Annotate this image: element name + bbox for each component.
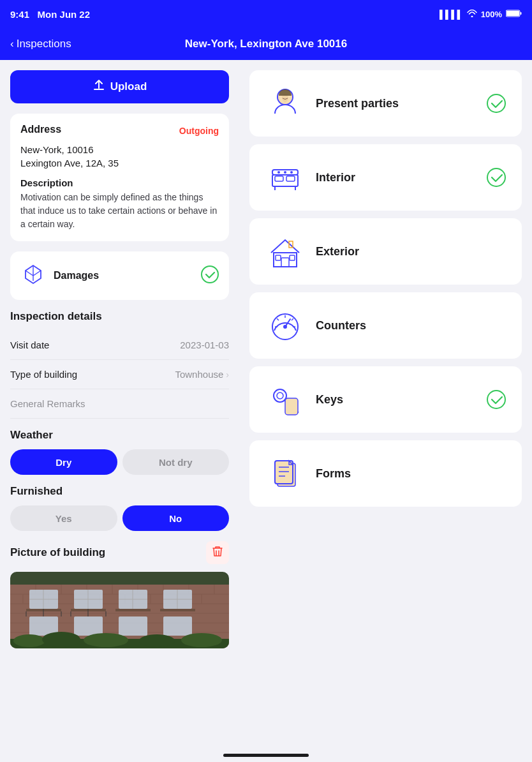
svg-rect-2: [521, 12, 522, 15]
keys-check: [486, 389, 506, 410]
svg-rect-43: [163, 616, 192, 636]
main-layout: Upload Address Outgoing New-York, 10016 …: [0, 60, 532, 762]
back-label: Inspections: [17, 38, 71, 50]
svg-rect-69: [276, 255, 281, 260]
address-card-header: Address Outgoing: [20, 124, 219, 138]
svg-line-77: [292, 318, 293, 320]
back-button[interactable]: ‹ Inspections: [10, 38, 71, 50]
status-time: 9:41: [10, 9, 29, 20]
keys-icon: [265, 379, 306, 420]
interior-check: [486, 167, 506, 188]
type-of-building-label: Type of building: [10, 369, 77, 380]
interior-left: Interior: [265, 157, 355, 198]
upload-button[interactable]: Upload: [10, 70, 229, 103]
chevron-right-icon: ›: [226, 370, 229, 380]
general-remarks-input[interactable]: [10, 389, 229, 419]
address-line1: New-York, 10016: [20, 143, 219, 156]
visit-date-row: Visit date 2023-01-03: [10, 331, 229, 360]
svg-line-76: [277, 318, 279, 320]
svg-point-56: [487, 94, 505, 112]
svg-rect-60: [286, 176, 295, 181]
signal-icon: ▌▌▌▌: [440, 10, 463, 19]
svg-point-52: [139, 634, 175, 647]
inspection-details-section: Inspection details Visit date 2023-01-03…: [10, 310, 229, 419]
svg-point-49: [13, 634, 45, 647]
present-parties-check: [486, 93, 506, 114]
svg-point-79: [283, 325, 287, 329]
svg-rect-41: [74, 616, 103, 636]
exterior-icon: [265, 231, 306, 272]
svg-point-3: [202, 266, 218, 283]
present-parties-left: Present parties: [265, 83, 399, 124]
picture-section-header: Picture of building: [10, 541, 229, 564]
battery-icon: [506, 10, 522, 19]
furnished-section: Furnished Yes No: [10, 485, 229, 531]
forms-icon: [265, 453, 306, 494]
status-bar: 9:41 Mon Jun 22 ▌▌▌▌ 100%: [0, 0, 532, 28]
furnished-toggle-group: Yes No: [10, 505, 229, 531]
counters-icon: [265, 305, 306, 346]
exterior-card[interactable]: Exterior: [249, 218, 522, 285]
furnished-yes-button[interactable]: Yes: [10, 505, 117, 531]
upload-icon: [92, 79, 105, 95]
damages-card[interactable]: Damages: [10, 251, 229, 300]
weather-title: Weather: [10, 429, 229, 442]
svg-rect-1: [506, 11, 519, 16]
visit-date-value: 2023-01-03: [180, 340, 229, 350]
upload-label: Upload: [110, 80, 147, 93]
weather-toggle-group: Dry Not dry: [10, 449, 229, 475]
description-text: Motivation can be simply defined as the …: [20, 191, 219, 231]
svg-point-50: [42, 632, 80, 647]
svg-rect-59: [275, 176, 283, 181]
damages-check-icon: [201, 265, 219, 286]
battery-percent: 100%: [481, 10, 502, 19]
forms-label: Forms: [316, 467, 351, 481]
picture-title: Picture of building: [10, 546, 105, 559]
weather-section: Weather Dry Not dry: [10, 429, 229, 475]
present-parties-card[interactable]: Present parties: [249, 70, 522, 137]
wifi-icon: [467, 10, 477, 19]
svg-point-64: [284, 171, 286, 174]
present-parties-label: Present parties: [316, 97, 399, 110]
keys-label: Keys: [316, 393, 343, 407]
address-card: Address Outgoing New-York, 10016 Lexingt…: [10, 114, 229, 241]
furnished-title: Furnished: [10, 485, 229, 498]
inspection-details-title: Inspection details: [10, 310, 229, 323]
svg-rect-70: [290, 255, 295, 260]
trash-icon: [212, 546, 223, 560]
svg-point-66: [487, 168, 505, 186]
address-title: Address: [20, 124, 61, 135]
counters-card[interactable]: Counters: [249, 292, 522, 359]
keys-left: Keys: [265, 379, 343, 420]
svg-point-63: [277, 171, 280, 174]
weather-dry-button[interactable]: Dry: [10, 449, 117, 475]
status-date: Mon Jun 22: [38, 9, 91, 20]
interior-label: Interior: [316, 171, 355, 184]
interior-icon: [265, 157, 306, 198]
outgoing-badge: Outgoing: [179, 126, 219, 136]
svg-point-81: [277, 392, 283, 399]
nav-bar: ‹ Inspections New-York, Lexington Ave 10…: [0, 28, 532, 60]
forms-left: Forms: [265, 453, 351, 494]
keys-card[interactable]: Keys: [249, 366, 522, 433]
address-line2: Lexington Ave, 12A, 35: [20, 156, 219, 170]
right-panel: Present parties: [239, 60, 532, 762]
forms-card[interactable]: Forms: [249, 440, 522, 507]
furnished-no-button[interactable]: No: [122, 505, 230, 531]
exterior-left: Exterior: [265, 231, 359, 272]
damages-label: Damages: [54, 270, 99, 281]
delete-picture-button[interactable]: [206, 541, 229, 564]
damages-icon: [20, 262, 46, 290]
status-bar-time-date: 9:41 Mon Jun 22: [10, 9, 90, 20]
weather-not-dry-button[interactable]: Not dry: [122, 449, 230, 475]
description-title: Description: [20, 177, 219, 188]
type-of-building-row[interactable]: Type of building Townhouse ›: [10, 360, 229, 389]
svg-rect-42: [119, 616, 147, 636]
left-panel: Upload Address Outgoing New-York, 10016 …: [0, 60, 239, 762]
damages-left: Damages: [20, 262, 99, 290]
svg-point-86: [487, 391, 505, 408]
exterior-label: Exterior: [316, 245, 359, 258]
back-chevron-icon: ‹: [10, 38, 14, 50]
interior-card[interactable]: Interior: [249, 144, 522, 211]
present-parties-icon: [265, 83, 306, 124]
